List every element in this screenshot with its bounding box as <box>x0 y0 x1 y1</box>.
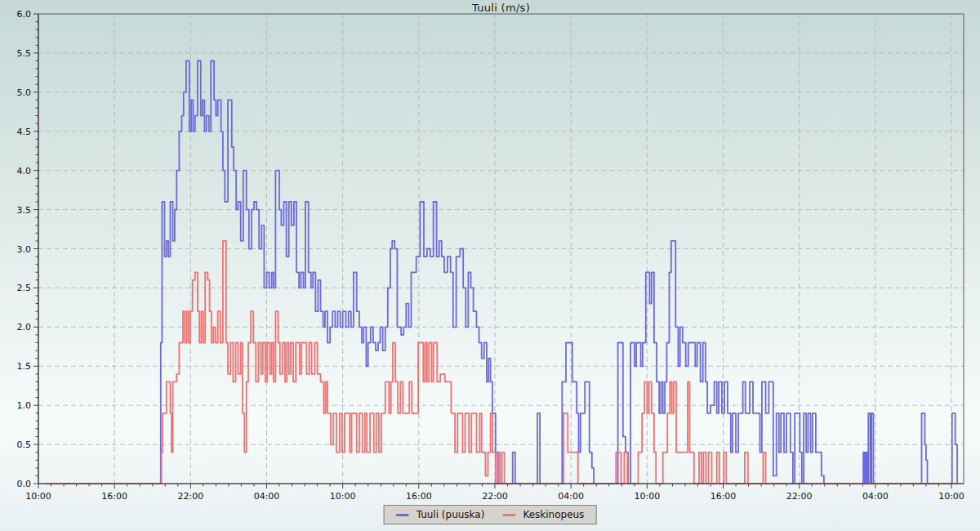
y-tick-label: 2.0 <box>17 322 32 332</box>
x-tick-label: 16:00 <box>710 491 737 502</box>
legend-label-average: Keskinopeus <box>523 509 584 520</box>
x-tick-label: 22:00 <box>177 491 203 502</box>
x-tick-label: 10:00 <box>938 491 964 502</box>
x-tick-label: 22:00 <box>786 491 813 502</box>
legend-item-gust: Tuuli (puuska) <box>396 509 485 520</box>
gust-line-swatch <box>396 514 409 516</box>
x-tick-label: 10:00 <box>634 491 660 502</box>
y-tick-label: 3.0 <box>17 244 32 255</box>
gust-series-line <box>46 61 958 484</box>
y-tick-label: 3.5 <box>17 205 32 216</box>
y-tick-label: 6.0 <box>17 9 32 20</box>
x-tick-label: 10:00 <box>330 491 356 502</box>
x-tick-label: 04:00 <box>558 491 584 502</box>
y-tick-label: 4.0 <box>17 166 32 176</box>
x-tick-label: 04:00 <box>862 491 889 502</box>
legend: Tuuli (puuska) Keskinopeus <box>384 505 597 524</box>
y-tick-label: 4.5 <box>17 127 32 137</box>
y-tick-label: 5.5 <box>17 48 32 59</box>
y-tick-label: 2.5 <box>17 283 32 293</box>
legend-item-average: Keskinopeus <box>502 509 584 520</box>
plot-area: 0.00.51.01.52.02.53.03.54.04.55.05.56.01… <box>0 0 980 531</box>
x-tick-label: 22:00 <box>482 491 508 502</box>
average-series-line <box>46 241 958 484</box>
y-tick-label: 0.5 <box>17 440 32 450</box>
x-tick-label: 10:00 <box>25 491 51 502</box>
average-line-swatch <box>502 514 515 516</box>
y-tick-label: 0.0 <box>17 479 32 489</box>
wind-chart: Tuuli (m/s) 0.00.51.01.52.02.53.03.54.04… <box>0 0 980 531</box>
x-tick-label: 16:00 <box>101 491 127 502</box>
y-tick-label: 1.5 <box>17 361 32 372</box>
x-tick-label: 16:00 <box>406 491 432 502</box>
y-tick-label: 1.0 <box>17 400 32 411</box>
gridlines <box>38 14 964 484</box>
x-tick-label: 04:00 <box>254 491 280 502</box>
y-tick-label: 5.0 <box>17 87 32 98</box>
legend-label-gust: Tuuli (puuska) <box>416 509 485 520</box>
